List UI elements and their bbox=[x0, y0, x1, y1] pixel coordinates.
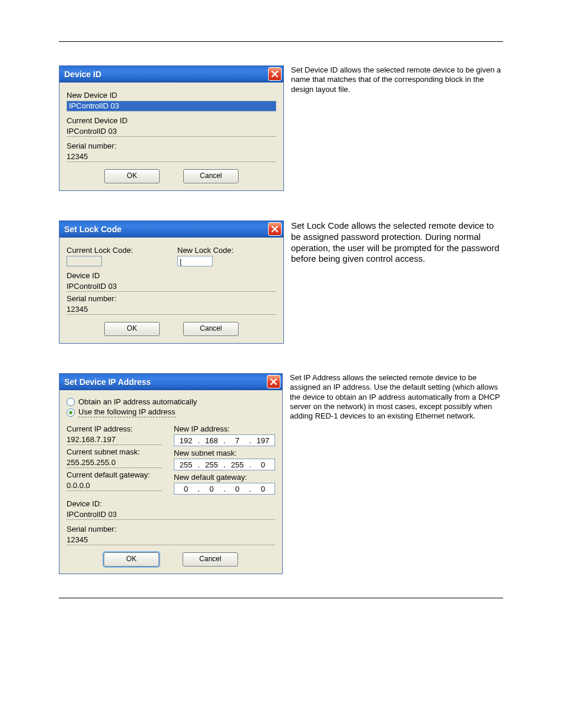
value-serial-number: 12345 bbox=[67, 535, 275, 545]
close-icon[interactable] bbox=[268, 67, 282, 81]
titlebar-set-ip[interactable]: Set Device IP Address bbox=[59, 374, 282, 390]
input-new-gateway[interactable]: . . . bbox=[174, 483, 275, 495]
ip-seg[interactable] bbox=[176, 484, 196, 494]
value-serial-number: 12345 bbox=[67, 304, 276, 315]
cancel-button[interactable]: Cancel bbox=[183, 169, 239, 183]
label-serial-number: Serial number: bbox=[67, 141, 276, 150]
cancel-button[interactable]: Cancel bbox=[183, 322, 239, 336]
section-device-id: Device ID New Device ID Current Device I… bbox=[59, 65, 503, 191]
label-new-lock-code: New Lock Code: bbox=[177, 246, 276, 255]
label-new-ip: New IP address: bbox=[174, 424, 275, 433]
cancel-button[interactable]: Cancel bbox=[183, 552, 238, 566]
label-current-lock-code: Current Lock Code: bbox=[67, 246, 166, 255]
close-icon[interactable] bbox=[267, 375, 280, 388]
description-device-id: Set Device ID allows the selected remote… bbox=[291, 65, 503, 94]
label-new-gateway: New default gateway: bbox=[174, 473, 275, 482]
label-device-id: Device ID bbox=[67, 271, 276, 280]
ip-seg[interactable] bbox=[227, 436, 247, 446]
radio-label-manual: Use the following IP address bbox=[78, 407, 176, 417]
label-serial-number: Serial number: bbox=[67, 294, 276, 303]
ip-seg[interactable] bbox=[176, 436, 196, 446]
input-new-lock-code[interactable]: | bbox=[177, 256, 213, 266]
label-current-subnet: Current subnet mask: bbox=[67, 447, 162, 456]
titlebar-device-id[interactable]: Device ID bbox=[59, 66, 283, 83]
label-device-id: Device ID: bbox=[67, 499, 275, 508]
value-current-ip: 192.168.7.197 bbox=[67, 434, 162, 445]
label-current-gateway: Current default gateway: bbox=[67, 470, 162, 479]
value-current-device-id: IPControlID 03 bbox=[67, 126, 276, 137]
description-set-ip: Set IP Address allows the selected remot… bbox=[290, 373, 503, 421]
ip-seg[interactable] bbox=[227, 460, 247, 470]
ok-button[interactable]: OK bbox=[104, 169, 160, 183]
section-set-ip: Set Device IP Address Obtain an IP addre… bbox=[59, 373, 503, 574]
input-new-ip[interactable]: . . . bbox=[174, 434, 275, 446]
ip-seg[interactable] bbox=[201, 484, 222, 494]
ok-button[interactable]: OK bbox=[104, 322, 160, 336]
radio-use-following[interactable]: Use the following IP address bbox=[67, 407, 275, 417]
ip-seg[interactable] bbox=[253, 484, 273, 494]
radio-icon[interactable] bbox=[67, 398, 75, 406]
ip-seg[interactable] bbox=[253, 436, 273, 446]
ok-button[interactable]: OK bbox=[104, 552, 159, 566]
title-device-id: Device ID bbox=[64, 70, 101, 79]
label-new-device-id: New Device ID bbox=[67, 91, 276, 100]
dialog-set-lock-code: Set Lock Code Current Lock Code: New Loc… bbox=[59, 220, 284, 344]
radio-obtain-auto[interactable]: Obtain an IP address automatically bbox=[67, 397, 275, 406]
value-device-id: IPControlID 03 bbox=[67, 509, 275, 520]
radio-icon[interactable] bbox=[67, 409, 75, 417]
value-serial-number: 12345 bbox=[67, 151, 276, 162]
page-bottom-rule bbox=[59, 598, 503, 598]
dialog-set-ip: Set Device IP Address Obtain an IP addre… bbox=[59, 373, 283, 574]
page-top-rule bbox=[59, 41, 503, 42]
input-new-subnet[interactable]: . . . bbox=[174, 459, 275, 470]
input-current-lock-code[interactable] bbox=[67, 256, 102, 266]
value-device-id: IPControlID 03 bbox=[67, 281, 276, 292]
label-serial-number: Serial number: bbox=[67, 525, 275, 533]
title-set-lock-code: Set Lock Code bbox=[64, 225, 121, 234]
label-new-subnet: New subnet mask: bbox=[174, 449, 275, 457]
titlebar-set-lock-code[interactable]: Set Lock Code bbox=[59, 221, 283, 238]
ip-seg[interactable] bbox=[227, 484, 247, 494]
title-set-ip: Set Device IP Address bbox=[64, 377, 151, 387]
radio-label-auto: Obtain an IP address automatically bbox=[78, 397, 197, 406]
ip-seg[interactable] bbox=[253, 460, 273, 470]
input-new-device-id[interactable] bbox=[67, 101, 276, 111]
ip-seg[interactable] bbox=[176, 460, 196, 470]
label-current-device-id: Current Device ID bbox=[67, 116, 276, 125]
label-current-ip: Current IP address: bbox=[67, 424, 162, 433]
value-current-subnet: 255.255.255.0 bbox=[67, 457, 162, 468]
description-set-lock-code: Set Lock Code allows the selected remote… bbox=[291, 220, 503, 265]
ip-seg[interactable] bbox=[201, 436, 222, 446]
section-set-lock-code: Set Lock Code Current Lock Code: New Loc… bbox=[59, 220, 503, 344]
value-current-gateway: 0.0.0.0 bbox=[67, 480, 162, 491]
dialog-device-id: Device ID New Device ID Current Device I… bbox=[59, 65, 284, 191]
close-icon[interactable] bbox=[268, 222, 282, 236]
ip-seg[interactable] bbox=[201, 460, 222, 470]
